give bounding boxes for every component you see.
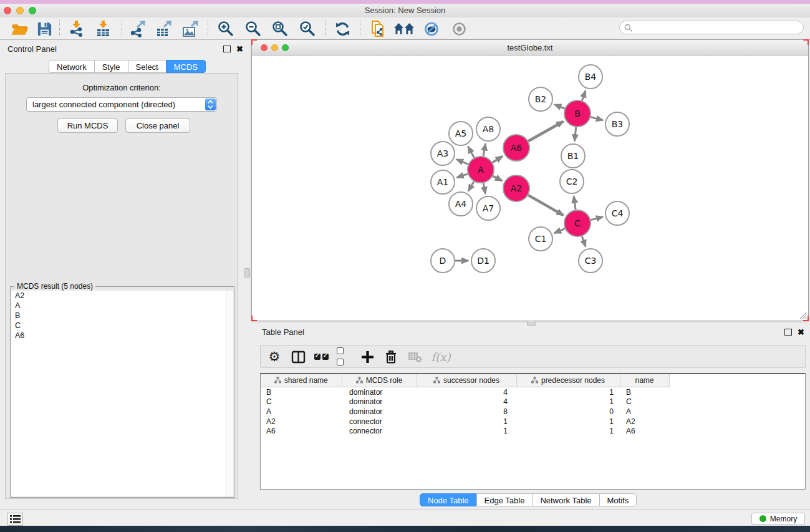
table-row[interactable]: A6connector11A6 [261,426,669,436]
node-A6[interactable]: A6 [503,135,529,161]
tab-select[interactable]: Select [128,60,166,73]
mcds-result-item[interactable]: A [11,301,233,311]
edge-A-A4[interactable] [468,181,474,191]
delete-column-button[interactable] [383,348,399,365]
close-panel-button[interactable]: Close panel [125,118,190,133]
float-panel-icon[interactable] [784,329,792,336]
edge-A-A1[interactable] [457,174,468,178]
column-header-predecessor-nodes[interactable]: predecessor nodes [516,374,620,387]
node-C4[interactable]: C4 [605,201,629,225]
tab-mcds[interactable]: MCDS [166,60,206,73]
deselect-all-columns-button[interactable] [337,348,353,365]
edge-C-C1[interactable] [554,229,565,233]
panel-list-button[interactable] [7,513,23,526]
save-session-button[interactable] [32,19,56,38]
edge-A-A5[interactable] [468,147,475,158]
tab-network-table[interactable]: Network Table [532,493,599,506]
zoom-out-button[interactable] [241,19,265,38]
mcds-result-scrollbar[interactable] [226,291,233,496]
open-session-button[interactable] [8,19,32,38]
select-all-columns-button[interactable] [314,348,330,365]
node-A[interactable]: A [468,157,494,183]
horizontal-splitter-handle[interactable] [527,321,536,326]
edge-B-B3[interactable] [591,117,603,120]
app-titlebar[interactable]: Session: New Session [0,4,810,18]
export-network-button[interactable] [126,19,150,38]
column-header-shared-name[interactable]: shared name [261,374,342,387]
edge-C-C2[interactable] [574,196,576,210]
tab-motifs[interactable]: Motifs [599,493,637,506]
edge-A6-B[interactable] [528,122,563,142]
node-B2[interactable]: B2 [529,87,552,111]
edge-B-B1[interactable] [574,127,576,141]
close-panel-icon[interactable]: ✖ [798,329,804,336]
edge-B-B2[interactable] [554,105,564,109]
show-graphics-details-button[interactable] [447,19,471,38]
create-column-button[interactable] [359,348,375,365]
tab-style[interactable]: Style [94,60,128,73]
table-row[interactable]: Bdominator41B [261,387,669,397]
import-table-button[interactable] [92,19,115,38]
node-B3[interactable]: B3 [605,112,629,136]
network-canvas[interactable]: B4B2BB3A8A5A6A3B1AA1C2A2A4A7C4CC1DD1C3 [252,56,808,321]
mcds-result-item[interactable]: B [11,311,233,321]
node-A7[interactable]: A7 [476,196,500,220]
node-A3[interactable]: A3 [431,142,455,165]
mcds-result-item[interactable]: C [11,321,233,331]
delete-table-button[interactable] [407,348,424,365]
home-view-button[interactable] [392,19,416,38]
node-B[interactable]: B [564,100,591,127]
zoom-selected-button[interactable] [296,19,319,38]
tab-edge-table[interactable]: Edge Table [476,493,533,506]
tab-node-table[interactable]: Node Table [420,493,477,506]
vertical-splitter-handle[interactable] [244,268,250,278]
edge-C-C3[interactable] [582,236,586,247]
node-C3[interactable]: C3 [579,249,602,273]
node-C2[interactable]: C2 [560,170,584,193]
close-panel-icon[interactable]: ✖ [236,46,243,52]
edge-A-A7[interactable] [483,183,485,194]
node-C1[interactable]: C1 [529,227,552,251]
duplicate-network-button[interactable] [366,19,390,38]
column-view-button[interactable] [289,348,307,365]
network-view-window[interactable]: testGlobe.txt B4B2BB3A8A5A6A3B1AA1C2A2A4… [251,39,809,321]
edge-C-C4[interactable] [591,217,602,220]
edge-B-B4[interactable] [582,91,586,101]
table-row[interactable]: A2connector11A2 [261,417,669,427]
mcds-result-item[interactable]: A6 [11,331,233,341]
dropdown-stepper[interactable] [205,99,216,110]
memory-button[interactable]: Memory [751,513,805,525]
zoom-fit-button[interactable] [268,19,292,38]
table-row[interactable]: Adominator80A [261,407,669,417]
edge-A-A3[interactable] [456,159,468,164]
node-A5[interactable]: A5 [449,122,473,145]
edge-A-A2[interactable] [493,176,502,181]
apply-layout-button[interactable] [330,19,354,38]
node-C[interactable]: C [564,210,591,236]
run-mcds-button[interactable]: Run MCDS [57,118,118,133]
mcds-result-list[interactable]: A2ABCA6 [11,291,233,496]
tab-network[interactable]: Network [49,60,95,73]
table-settings-button[interactable]: ⚙ [267,348,282,365]
network-window-titlebar[interactable]: testGlobe.txt [252,40,808,56]
function-builder-button[interactable]: f(x) [430,348,451,365]
hide-graphics-details-button[interactable] [420,19,443,38]
criterion-dropdown[interactable]: largest connected component (directed) [26,97,217,112]
column-header-name[interactable]: name [620,374,669,387]
column-header-mcds-role[interactable]: MCDS role [342,374,417,387]
node-D[interactable]: D [431,249,455,273]
node-A4[interactable]: A4 [449,192,473,216]
export-image-button[interactable] [179,19,203,38]
search-input[interactable] [635,22,799,34]
zoom-in-button[interactable] [214,19,238,38]
edge-A-A8[interactable] [483,144,486,157]
mcds-result-item[interactable]: A2 [11,291,233,301]
node-D1[interactable]: D1 [471,249,495,273]
float-panel-icon[interactable] [223,46,231,52]
node-table[interactable]: shared name MCDS role successor nodes pr… [260,373,806,490]
table-row[interactable]: Cdominator41C [261,397,669,407]
node-B1[interactable]: B1 [561,144,585,168]
node-A8[interactable]: A8 [476,117,500,141]
search-box[interactable] [619,21,804,34]
edge-A2-C[interactable] [528,195,563,215]
